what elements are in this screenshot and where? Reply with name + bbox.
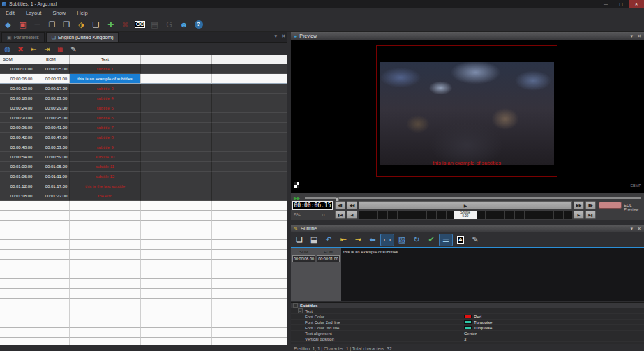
property-row-vertical-position[interactable]: Vertical position3 <box>291 336 644 342</box>
goto-start-button[interactable]: ▮◀ <box>335 211 345 219</box>
table-row[interactable]: 00:00:01.0000:00:05.00subtitle 1 <box>0 64 287 74</box>
menu-item-layout[interactable]: Layout <box>20 8 47 17</box>
package-icon[interactable]: ⬗ <box>75 18 88 31</box>
display-mode-icon[interactable]: ▭ <box>380 234 394 246</box>
property-value[interactable]: Turquoise <box>464 326 492 330</box>
subtitle-collapse-icon[interactable]: ▾ <box>631 226 634 232</box>
empty-table-row[interactable] <box>0 260 287 269</box>
timecode-in-icon[interactable]: ⇤ <box>28 44 40 54</box>
empty-table-row[interactable] <box>0 328 287 338</box>
timecode-in-icon[interactable]: ⇤ <box>336 234 350 246</box>
property-row-font-color-2nd-line[interactable]: Font Color 2nd lineTurquoise <box>291 320 644 325</box>
documents-icon[interactable]: ❏ <box>89 18 103 31</box>
menu-item-help[interactable]: Help <box>71 8 93 17</box>
table-row[interactable]: 00:01:00.0000:01:05.00subtitle 11 <box>0 162 287 172</box>
wand-icon[interactable]: ✎ <box>68 44 80 54</box>
delete-row-icon[interactable]: ✖ <box>15 44 27 54</box>
expander-icon[interactable]: − <box>298 308 303 313</box>
fast-forward-button[interactable]: ▶▶ <box>574 201 584 209</box>
preview-close-icon[interactable]: ✕ <box>637 33 641 39</box>
step-back-button[interactable]: ◀▮ <box>335 201 345 209</box>
empty-table-row[interactable] <box>0 201 287 211</box>
expander-icon[interactable]: − <box>293 303 298 308</box>
shuttle-slider[interactable]: Shuttle 0.00 <box>359 211 572 219</box>
property-row-subtitles[interactable]: −Subtitles <box>291 303 644 308</box>
column-header-text[interactable]: Text <box>70 55 141 64</box>
property-row-text-alignment[interactable]: Text alignmentCenter <box>291 331 644 336</box>
table-row[interactable]: 00:00:54.0000:00:59.00subtitle 10 <box>0 152 287 162</box>
empty-table-row[interactable] <box>0 289 287 299</box>
language-users-icon[interactable]: ☻ <box>177 18 190 31</box>
property-row-font-color-3rd-line[interactable]: Font Color 3rd lineTurquoise <box>291 325 644 331</box>
table-row[interactable]: 00:01:18.0000:01:23.00the end <box>0 191 287 201</box>
property-row-font-color[interactable]: Font ColorRed <box>291 314 644 320</box>
empty-table-row[interactable] <box>0 338 287 345</box>
undo-icon[interactable]: ↶ <box>322 234 336 246</box>
empty-table-row[interactable] <box>0 269 287 279</box>
spellcheck-icon[interactable]: ✔ <box>424 234 438 246</box>
new-document-icon[interactable]: ❏ <box>292 234 306 246</box>
empty-table-row[interactable] <box>0 308 287 318</box>
minimize-button[interactable]: — <box>598 0 613 8</box>
tab-close-icon[interactable]: ✕ <box>281 33 285 39</box>
menu-item-edit[interactable]: Edit <box>0 8 20 17</box>
export-pages-icon[interactable]: ❐ <box>45 18 59 31</box>
prev-frame-button[interactable]: ◀ <box>347 211 357 219</box>
empty-table-row[interactable] <box>0 318 287 328</box>
goto-end-button[interactable]: ▶▮ <box>585 211 596 219</box>
save-icon[interactable]: ⬓ <box>307 234 321 246</box>
video-edit-icon[interactable]: ▣ <box>16 18 29 31</box>
wand-icon[interactable]: ✎ <box>468 234 482 246</box>
sync-globe-icon[interactable]: ◍ <box>1 44 13 54</box>
empty-table-row[interactable] <box>0 279 287 289</box>
tab-parameters[interactable]: ▣Parameters <box>1 32 45 42</box>
step-forward-button[interactable]: ▮▶ <box>585 201 596 209</box>
import-pages-icon[interactable]: ❐ <box>60 18 73 31</box>
empty-table-row[interactable] <box>0 211 287 221</box>
new-project-icon[interactable]: ◆ <box>1 18 15 31</box>
close-button[interactable]: ✕ <box>629 0 644 8</box>
closed-captions-icon[interactable]: CC <box>133 18 147 31</box>
seek-track[interactable] <box>305 197 641 199</box>
property-value[interactable]: 3 <box>464 337 466 341</box>
font-icon[interactable]: A <box>454 234 467 246</box>
editor-som-field[interactable]: 00:00:06.00 <box>292 255 315 262</box>
format-lines-icon[interactable]: ☰ <box>439 234 453 246</box>
table-row[interactable]: 00:00:12.0000:00:17.00subtitle 3 <box>0 84 287 94</box>
table-row[interactable]: 00:00:24.0000:00:29.00subtitle 5 <box>0 103 287 113</box>
subtitle-close-icon[interactable]: ✕ <box>637 226 641 232</box>
timecode-out-icon[interactable]: ⇥ <box>351 234 365 246</box>
table-row[interactable]: 00:00:48.0000:00:53.00subtitle 9 <box>0 142 287 152</box>
back-arrow-icon[interactable]: ⬅ <box>366 234 380 246</box>
column-header-eom[interactable]: EOM <box>43 55 70 64</box>
rewind-button[interactable]: ◀◀ <box>347 201 357 209</box>
video-viewport[interactable]: this is an example of subtitles EBMP <box>291 40 644 193</box>
maximize-button[interactable]: ▢ <box>613 0 629 8</box>
record-indicator[interactable] <box>599 202 622 209</box>
rotate-icon[interactable]: ↻ <box>410 234 424 246</box>
tab-english-united-kingdom-[interactable]: ❏English (United Kingdom) <box>46 32 119 42</box>
video-frames-icon[interactable]: ▦ <box>54 44 66 54</box>
timecode-out-icon[interactable]: ⇥ <box>41 44 53 54</box>
tab-collapse-icon[interactable]: ▾ <box>275 33 278 39</box>
empty-table-row[interactable] <box>0 240 287 250</box>
help-icon[interactable]: ? <box>192 18 205 31</box>
table-row[interactable]: 00:00:42.0000:00:47.00subtitle 8 <box>0 133 287 142</box>
empty-table-row[interactable] <box>0 250 287 260</box>
property-value[interactable]: Center <box>464 331 477 336</box>
image-icon[interactable]: ▨ <box>395 234 409 246</box>
table-row[interactable]: 00:00:18.0000:00:23.00subtitle 4 <box>0 94 287 103</box>
empty-table-row[interactable] <box>0 230 287 240</box>
table-row[interactable]: 00:00:36.0000:00:41.00subtitle 7 <box>0 123 287 133</box>
next-frame-button[interactable]: ▶ <box>574 211 584 219</box>
editor-eom-field[interactable]: 00:00:11.00 <box>317 255 340 262</box>
column-header-som[interactable]: SOM <box>0 55 43 64</box>
table-row[interactable]: 00:01:12.0000:01:17.00this is the last s… <box>0 181 287 191</box>
table-row[interactable]: 00:00:06.0000:00:11.00this is an example… <box>0 74 287 84</box>
property-value[interactable]: Red <box>464 315 481 319</box>
preview-collapse-icon[interactable]: ▾ <box>631 33 634 39</box>
menu-item-show[interactable]: Show <box>47 8 71 17</box>
subtitle-text-editor[interactable]: this is an example of subtitles <box>341 248 644 301</box>
empty-table-row[interactable] <box>0 221 287 230</box>
empty-table-row[interactable] <box>0 299 287 308</box>
